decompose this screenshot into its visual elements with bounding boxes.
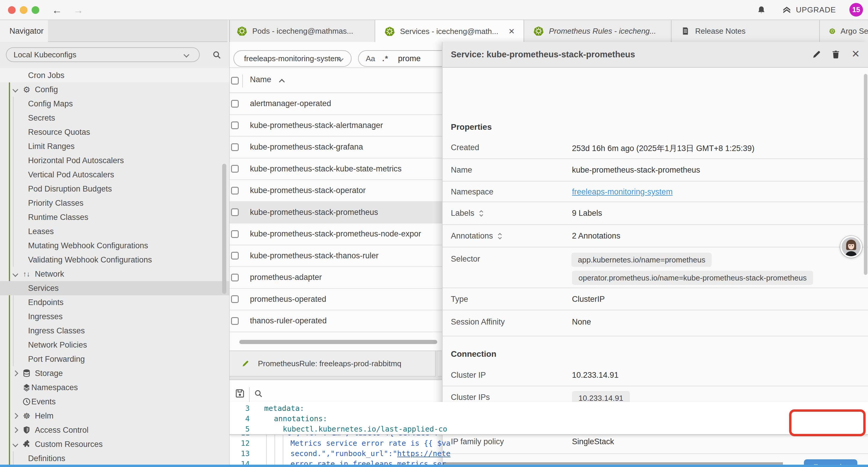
app-window: ← → UPGRADE 15 Navigator Pods - icecheng… — [0, 0, 868, 467]
search-query-text: prome — [398, 54, 421, 63]
close-panel-icon[interactable]: ✕ — [851, 48, 860, 60]
property-row-name: Name kube-prometheus-stack-prometheus — [442, 159, 868, 181]
notification-count-badge[interactable]: 15 — [849, 3, 863, 17]
sidebar-item-vertical-pod-autoscalers[interactable]: Vertical Pod Autoscalers — [0, 168, 229, 182]
sidebar-item-leases[interactable]: Leases — [0, 224, 229, 238]
sort-asc-icon[interactable] — [279, 79, 285, 85]
sidebar-item-limit-ranges[interactable]: Limit Ranges — [0, 139, 229, 153]
database-icon — [22, 369, 31, 378]
sidebar-item-network[interactable]: ↑↓ Network — [0, 267, 229, 281]
sidebar-scrollbar[interactable] — [222, 164, 226, 294]
sidebar-item-resource-quotas[interactable]: Resource Quotas — [0, 125, 229, 139]
tab-strip: Navigator Pods - icecheng@mathmas... Ser… — [0, 20, 868, 42]
tab-release-notes[interactable]: Release Notes — [672, 20, 820, 42]
kubeconfig-select[interactable]: Local Kubeconfigs — [6, 47, 200, 62]
kubeconfig-select-value: Local Kubeconfigs — [13, 50, 76, 59]
avatar[interactable] — [840, 236, 862, 258]
row-checkbox[interactable] — [231, 187, 239, 195]
sidebar-item-events[interactable]: Events — [0, 395, 229, 409]
row-checkbox[interactable] — [231, 252, 239, 260]
sidebar-item-custom-resources[interactable]: Custom Resources — [0, 437, 229, 451]
tab-services[interactable]: Services - icecheng@math... ✕ — [375, 20, 524, 42]
tab-pods[interactable]: Pods - icecheng@mathmas... — [227, 20, 375, 42]
sidebar-item-definitions[interactable]: Definitions — [0, 451, 229, 465]
delete-icon[interactable] — [831, 50, 840, 59]
row-checkbox[interactable] — [231, 317, 239, 325]
minimize-window-button[interactable] — [20, 6, 28, 14]
zoom-window-button[interactable] — [32, 6, 39, 14]
up-down-arrows-icon: ↑↓ — [22, 269, 31, 279]
property-row-cluster-ip: Cluster IP 10.233.14.91 — [442, 365, 868, 386]
sidebar-item-runtime-classes[interactable]: Runtime Classes — [0, 210, 229, 224]
sidebar-item-secrets[interactable]: Secrets — [0, 111, 229, 125]
tab-argo[interactable]: Argo Se — [820, 20, 868, 42]
expander-icon[interactable] — [478, 209, 485, 217]
sidebar-item-validating-webhook-configurations[interactable]: Validating Webhook Configurations — [0, 253, 229, 267]
sidebar-item-horizontal-pod-autoscalers[interactable]: Horizontal Pod Autoscalers — [0, 153, 229, 168]
namespace-select-value: freeleaps-monitoring-system — [244, 54, 341, 63]
window-titlebar: ← → UPGRADE 15 — [0, 0, 868, 20]
layers-diamond-icon — [22, 383, 31, 392]
sidebar-item-cron-jobs[interactable]: Cron Jobs — [0, 68, 229, 83]
expander-icon[interactable] — [497, 232, 503, 240]
name-column-header[interactable]: Name — [250, 75, 271, 84]
row-checkbox[interactable] — [231, 100, 239, 108]
select-all-checkbox[interactable] — [231, 77, 239, 85]
edit-icon[interactable] — [812, 50, 821, 59]
forward-arrow-icon[interactable]: → — [73, 3, 83, 17]
editor-sticky-scroll: 3metadata: 4annotations: 5kubectl.kubern… — [229, 402, 868, 435]
property-row-labels: Labels 9 Labels — [442, 202, 868, 225]
yaml-editor[interactable]: 110","for":"1m","labels":{"service":" 12… — [229, 414, 868, 465]
sidebar-item-port-forwarding[interactable]: Port Forwarding — [0, 352, 229, 366]
sidebar-search-icon[interactable] — [212, 50, 222, 60]
tab-label: Argo Se — [840, 27, 868, 36]
editor-tab-label: PrometheusRule: freeleaps-prod-rabbitmq — [258, 359, 402, 368]
sidebar-item-priority-classes[interactable]: Priority Classes — [0, 196, 229, 210]
sidebar-item-config[interactable]: ⚙ Config — [0, 83, 229, 97]
close-tab-icon[interactable]: ✕ — [508, 27, 515, 36]
sidebar-item-network-policies[interactable]: Network Policies — [0, 338, 229, 352]
editor-tab-prometheusrule[interactable]: PrometheusRule: freeleaps-prod-rabbitmq — [229, 351, 436, 377]
tab-prometheus-rules[interactable]: Prometheus Rules - icecheng... — [524, 20, 672, 42]
sidebar-item-access-control[interactable]: Access Control — [0, 423, 229, 437]
row-checkbox[interactable] — [231, 208, 239, 216]
sidebar-item-endpoints[interactable]: Endpoints — [0, 295, 229, 310]
bell-icon[interactable] — [757, 5, 766, 15]
upgrade-button[interactable]: UPGRADE — [782, 5, 836, 15]
sidebar-item-pod-disruption-budgets[interactable]: Pod Disruption Budgets — [0, 182, 229, 196]
sidebar-item-ingress-classes[interactable]: Ingress Classes — [0, 324, 229, 338]
property-row-selector: Selector app.kubernetes.io/name=promethe… — [442, 247, 868, 288]
sidebar-item-storage[interactable]: Storage — [0, 366, 229, 380]
save-icon[interactable] — [235, 388, 245, 399]
row-checkbox[interactable] — [231, 165, 239, 173]
upgrade-chevrons-icon — [782, 5, 792, 15]
sidebar-item-config-maps[interactable]: Config Maps — [0, 97, 229, 111]
table-horizontal-scrollbar[interactable] — [239, 340, 437, 344]
back-arrow-icon[interactable]: ← — [52, 3, 62, 17]
regex-toggle[interactable]: .* — [382, 54, 389, 63]
detail-header: Service: kube-prometheus-stack-prometheu… — [442, 42, 868, 68]
sidebar-item-helm[interactable]: ☸ Helm — [0, 409, 229, 423]
gears-icon: ⚙ — [22, 85, 31, 94]
detail-vertical-scrollbar[interactable] — [864, 74, 867, 275]
editor-search-icon[interactable] — [254, 389, 263, 399]
kubernetes-icon — [829, 26, 835, 36]
sidebar-item-namespaces[interactable]: Namespaces — [0, 380, 229, 395]
row-checkbox[interactable] — [231, 121, 239, 129]
close-window-button[interactable] — [8, 6, 16, 14]
row-checkbox[interactable] — [231, 143, 239, 151]
row-checkbox[interactable] — [231, 230, 239, 238]
row-checkbox[interactable] — [231, 295, 239, 303]
sidebar-item-services[interactable]: Services — [0, 281, 229, 295]
code-link[interactable]: https://nete — [397, 449, 451, 458]
namespace-link[interactable]: freeleaps-monitoring-system — [572, 187, 673, 197]
sidebar-item-mutating-webhook-configurations[interactable]: Mutating Webhook Configurations — [0, 238, 229, 253]
highlight-annotation — [789, 409, 866, 436]
match-case-toggle[interactable]: Aa — [366, 54, 375, 63]
sidebar-item-ingresses[interactable]: Ingresses — [0, 310, 229, 324]
chevron-right-icon — [12, 427, 18, 433]
namespace-select[interactable]: freeleaps-monitoring-system — [234, 50, 351, 67]
row-checkbox[interactable] — [231, 274, 239, 282]
navigator-tab[interactable]: Navigator — [0, 20, 48, 42]
resource-tree: Cron Jobs ⚙ Config Config Maps Secrets R… — [0, 68, 229, 465]
